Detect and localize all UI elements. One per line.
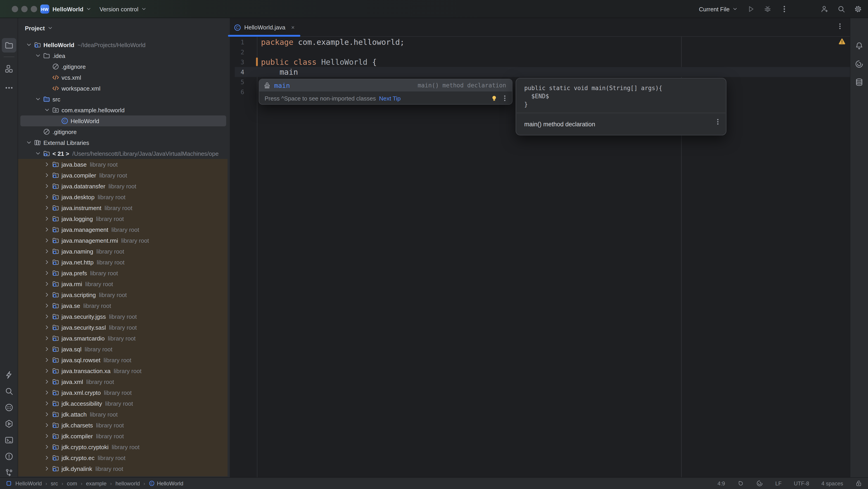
notifications-button[interactable] <box>852 38 866 53</box>
ai-assistant-button[interactable] <box>852 57 866 71</box>
chevron-right-icon[interactable] <box>43 280 51 288</box>
chevron-right-icon[interactable] <box>43 248 51 255</box>
chevron-right-icon[interactable] <box>43 389 51 396</box>
chevron-right-icon[interactable] <box>43 422 51 429</box>
tree-item-java-security-jgss[interactable]: java.security.jgsslibrary root <box>18 311 230 322</box>
breadcrumb-item-helloworld[interactable]: CHelloWorld <box>149 480 183 487</box>
droplet-indicator-icon[interactable] <box>737 480 744 487</box>
line-separator[interactable]: LF <box>775 480 782 487</box>
breadcrumb-item-com[interactable]: com <box>67 480 77 487</box>
chevron-right-icon[interactable] <box>43 335 51 342</box>
lightbulb-icon[interactable] <box>491 95 498 102</box>
tree-item-java-management[interactable]: java.managementlibrary root <box>18 224 230 235</box>
tree-item-gitignore[interactable]: .gitignore <box>18 61 230 72</box>
tree-item-com-example-helloworld[interactable]: com.example.helloworld <box>18 105 230 115</box>
more-toolwindows-button[interactable] <box>2 81 16 95</box>
tree-item-idea[interactable]: .idea <box>18 50 230 61</box>
chevron-right-icon[interactable] <box>43 291 51 298</box>
close-window-button[interactable] <box>12 6 18 12</box>
database-toolwindow-button[interactable] <box>852 75 866 89</box>
chevron-right-icon[interactable] <box>43 454 51 461</box>
project-panel-header[interactable]: Project <box>25 21 53 35</box>
chevron-right-icon[interactable] <box>43 345 51 353</box>
chevron-down-icon[interactable] <box>34 95 41 103</box>
settings-icon[interactable] <box>854 5 862 13</box>
next-tip-link[interactable]: Next Tip <box>379 95 401 102</box>
chevron-right-icon[interactable] <box>43 215 51 222</box>
tree-item-jdk-crypto-cryptoki[interactable]: jdk.crypto.cryptokilibrary root <box>18 441 230 452</box>
breadcrumb-item-example[interactable]: example <box>86 480 106 487</box>
chevron-right-icon[interactable] <box>43 302 51 309</box>
tree-item-jdk-dynalink[interactable]: jdk.dynalinklibrary root <box>18 463 230 474</box>
code-with-me-icon[interactable] <box>820 5 829 13</box>
tree-item-gitignore[interactable]: .gitignore <box>18 126 230 137</box>
chevron-right-icon[interactable] <box>43 465 51 472</box>
chevron-right-icon[interactable] <box>43 378 51 385</box>
project-toolwindow-button[interactable] <box>2 38 16 53</box>
tree-item-jdk-compiler[interactable]: jdk.compilerlibrary root <box>18 431 230 441</box>
completion-kebab-icon[interactable] <box>501 95 508 102</box>
tree-item-java-se[interactable]: java.selibrary root <box>18 300 230 311</box>
more-actions-icon[interactable] <box>780 5 788 13</box>
tree-item-jdk-crypto-ec[interactable]: jdk.crypto.eclibrary root <box>18 452 230 463</box>
chevron-right-icon[interactable] <box>43 172 51 179</box>
file-encoding[interactable]: UTF-8 <box>794 480 809 487</box>
caret-position[interactable]: 4:9 <box>718 480 725 487</box>
window-controls[interactable] <box>12 6 37 12</box>
meet-toolwindow-button[interactable] <box>2 400 16 415</box>
chevron-down-icon[interactable] <box>34 52 41 59</box>
debug-icon[interactable] <box>764 5 772 13</box>
problems-toolwindow-button[interactable] <box>2 449 16 464</box>
tree-item-java-rmi[interactable]: java.rmilibrary root <box>18 279 230 289</box>
minimize-window-button[interactable] <box>21 6 28 12</box>
tree-item-java-security-sasl[interactable]: java.security.sasllibrary root <box>18 322 230 333</box>
chevron-right-icon[interactable] <box>43 204 51 211</box>
tree-item-external-libraries[interactable]: External Libraries <box>18 137 230 148</box>
breadcrumb-item-helloworld[interactable]: helloworld <box>115 480 140 487</box>
tree-item-java-scripting[interactable]: java.scriptinglibrary root <box>18 289 230 300</box>
terminal-toolwindow-button[interactable] <box>2 433 16 447</box>
breadcrumb-item-src[interactable]: src <box>51 480 58 487</box>
tree-item-java-desktop[interactable]: java.desktoplibrary root <box>18 192 230 202</box>
code-line-4[interactable]: 4 main <box>230 67 850 77</box>
code-line-3[interactable]: 3public class HelloWorld { <box>230 57 850 67</box>
tree-item-helloworld[interactable]: CHelloWorld <box>18 115 230 126</box>
tree-item-vcs-xml[interactable]: vcs.xml <box>18 72 230 83</box>
chevron-right-icon[interactable] <box>43 356 51 364</box>
tree-item-java-sql-rowset[interactable]: java.sql.rowsetlibrary root <box>18 354 230 365</box>
tree-item-21[interactable]: < 21 >/Users/helenscott/Library/Java/Jav… <box>18 148 230 159</box>
structure-toolwindow-button[interactable] <box>2 62 16 76</box>
tree-item-java-net-http[interactable]: java.net.httplibrary root <box>18 257 230 267</box>
indent-style[interactable]: 4 spaces <box>822 480 843 487</box>
editor-tab-helloworld-java[interactable]: C HelloWorld.java × <box>230 18 301 37</box>
zoom-window-button[interactable] <box>31 6 37 12</box>
chevron-down-icon[interactable] <box>25 41 33 49</box>
chevron-right-icon[interactable] <box>43 400 51 407</box>
tree-item-java-compiler[interactable]: java.compilerlibrary root <box>18 170 230 181</box>
chevron-down-icon[interactable] <box>43 107 51 114</box>
code-line-2[interactable]: 2 <box>230 47 850 57</box>
find-toolwindow-button[interactable] <box>2 384 16 398</box>
tree-item-java-naming[interactable]: java.naminglibrary root <box>18 246 230 257</box>
ai-assistant-status-icon[interactable] <box>756 480 763 487</box>
run-configuration-widget[interactable]: Current File <box>699 6 738 12</box>
chevron-right-icon[interactable] <box>43 237 51 244</box>
chevron-down-icon[interactable] <box>25 139 33 146</box>
chevron-right-icon[interactable] <box>43 259 51 266</box>
completion-item-main[interactable]: main main() method declaration <box>259 79 512 91</box>
tree-item-jdk-accessibility[interactable]: jdk.accessibilitylibrary root <box>18 398 230 409</box>
chevron-right-icon[interactable] <box>43 182 51 190</box>
search-everywhere-icon[interactable] <box>837 5 845 13</box>
chevron-right-icon[interactable] <box>43 411 51 418</box>
tree-item-java-management-rmi[interactable]: java.management.rmilibrary root <box>18 235 230 246</box>
editor-options-kebab-icon[interactable] <box>836 23 844 30</box>
tree-item-jdk-charsets[interactable]: jdk.charsetslibrary root <box>18 420 230 431</box>
tree-item-java-transaction-xa[interactable]: java.transaction.xalibrary root <box>18 365 230 376</box>
chevron-right-icon[interactable] <box>43 161 51 168</box>
chevron-right-icon[interactable] <box>43 367 51 374</box>
tree-item-java-base[interactable]: java.baselibrary root <box>18 159 230 170</box>
chevron-right-icon[interactable] <box>43 226 51 233</box>
chevron-right-icon[interactable] <box>43 313 51 320</box>
breadcrumb-item-helloworld[interactable]: HelloWorld <box>16 480 42 487</box>
bolt-toolwindow-button[interactable] <box>2 368 16 382</box>
